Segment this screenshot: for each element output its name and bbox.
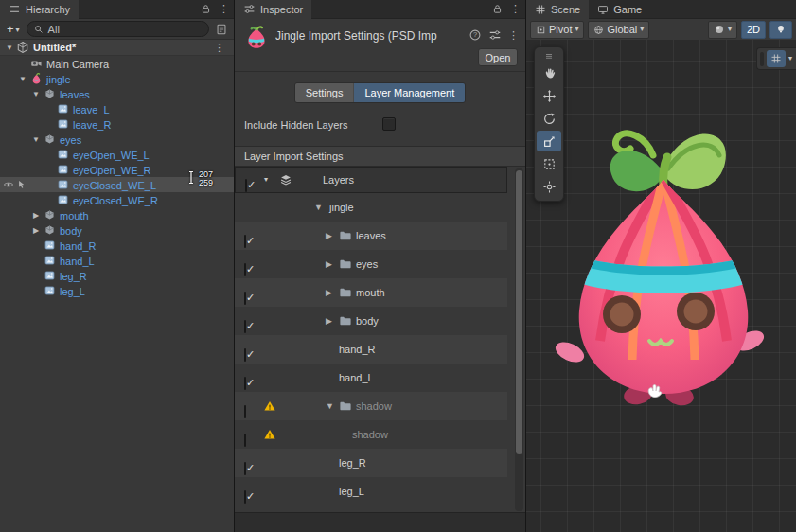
layer-row-leg_R[interactable]: leg_R bbox=[235, 449, 507, 477]
layer-label: hand_R bbox=[339, 344, 376, 355]
tab-game[interactable]: Game bbox=[589, 0, 650, 18]
foldout-open-icon[interactable]: ▼ bbox=[30, 135, 42, 144]
toolstrip-handle[interactable] bbox=[543, 49, 555, 62]
lock-button[interactable] bbox=[200, 3, 212, 15]
foldout-open-icon[interactable]: ▼ bbox=[314, 203, 323, 212]
tab-hierarchy[interactable]: Hierarchy bbox=[0, 0, 79, 19]
layer-row-hand_L[interactable]: hand_L bbox=[235, 364, 507, 392]
open-button[interactable]: Open bbox=[478, 48, 518, 66]
include-hidden-layers-checkbox[interactable] bbox=[382, 117, 396, 131]
layer-checkbox[interactable] bbox=[244, 263, 246, 276]
layer-row-mouth[interactable]: ▶mouth bbox=[235, 278, 507, 307]
hierarchy-item-eyes[interactable]: ▼eyes bbox=[0, 132, 234, 147]
layer-rows: ▼jingle▶leaves▶eyes▶mouth▶bodyhand_Rhand… bbox=[235, 193, 525, 505]
hierarchy-toolbar: +▾ All bbox=[0, 19, 234, 40]
foldout-closed-icon[interactable]: ▶ bbox=[326, 259, 332, 269]
foldout-closed-icon[interactable]: ▶ bbox=[30, 226, 42, 235]
visibility-toggle[interactable] bbox=[3, 179, 14, 190]
layer-checkbox[interactable] bbox=[244, 405, 246, 418]
help-button[interactable]: ? bbox=[469, 28, 482, 42]
layer-row-leg_L[interactable]: leg_L bbox=[235, 477, 507, 505]
header-menu-button[interactable]: ⋮ bbox=[508, 30, 519, 41]
foldout-open-icon[interactable]: ▼ bbox=[326, 401, 334, 411]
layer-row-body[interactable]: ▶body bbox=[235, 307, 507, 335]
pivot-icon bbox=[536, 25, 546, 35]
scene-picker-button[interactable] bbox=[213, 23, 230, 36]
grid-visibility-button[interactable] bbox=[767, 50, 786, 67]
hierarchy-item-leg_L[interactable]: leg_L bbox=[0, 283, 234, 298]
panel-menu-button[interactable]: ⋮ bbox=[219, 4, 229, 14]
hierarchy-item-hand_L[interactable]: hand_L bbox=[0, 253, 234, 268]
layer-checkbox[interactable] bbox=[244, 292, 246, 305]
foldout-open-icon[interactable]: ▼ bbox=[17, 75, 28, 83]
layer-checkbox[interactable] bbox=[244, 235, 246, 248]
hierarchy-item-body[interactable]: ▶body bbox=[0, 222, 234, 238]
chevron-down-icon[interactable]: ▾ bbox=[788, 55, 792, 62]
tab-layer-management[interactable]: Layer Management bbox=[354, 83, 465, 102]
shading-mode-dropdown[interactable]: ▾ bbox=[708, 21, 737, 39]
layer-row-shadow[interactable]: ▼shadow bbox=[235, 392, 507, 420]
foldout-open-icon[interactable]: ▼ bbox=[30, 90, 42, 98]
chevron-down-icon[interactable]: ▾ bbox=[264, 176, 268, 184]
tab-inspector-label: Inspector bbox=[260, 4, 303, 15]
lock-button[interactable] bbox=[491, 3, 504, 15]
foldout-closed-icon[interactable]: ▶ bbox=[326, 288, 332, 297]
hierarchy-item-leave_R[interactable]: leave_R bbox=[0, 116, 234, 132]
global-dropdown[interactable]: Global ▾ bbox=[588, 21, 649, 39]
scrollbar-thumb[interactable] bbox=[516, 170, 522, 454]
gameobject-icon bbox=[44, 88, 56, 100]
hierarchy-item-eyeOpen_WE_L[interactable]: eyeOpen_WE_L bbox=[0, 147, 234, 162]
hierarchy-item-leaves[interactable]: ▼leaves bbox=[0, 86, 234, 101]
layer-checkbox[interactable] bbox=[244, 377, 246, 390]
hierarchy-item-jingle[interactable]: ▼jingle bbox=[0, 71, 234, 86]
toggle-2d-button[interactable]: 2D bbox=[741, 21, 766, 39]
layer-row-hand_R[interactable]: hand_R bbox=[235, 335, 507, 364]
unity-icon bbox=[16, 41, 29, 54]
hierarchy-item-leave_L[interactable]: leave_L bbox=[0, 101, 234, 116]
layers-visibility-button[interactable] bbox=[279, 173, 292, 186]
scene-lighting-button[interactable] bbox=[769, 21, 792, 39]
hierarchy-item-label: eyeClosed_WE_R bbox=[73, 194, 158, 205]
hierarchy-item-Main Camera[interactable]: Main Camera bbox=[0, 56, 234, 71]
layer-row-jingle[interactable]: ▼jingle bbox=[235, 193, 507, 222]
overlay-handle[interactable] bbox=[760, 52, 764, 66]
panel-menu-button[interactable]: ⋮ bbox=[510, 4, 521, 14]
foldout-open-icon[interactable]: ▼ bbox=[4, 44, 15, 52]
hierarchy-item-mouth[interactable]: ▶mouth bbox=[0, 207, 234, 222]
scene-viewport[interactable]: ▾ bbox=[526, 40, 796, 532]
presets-button[interactable] bbox=[488, 28, 502, 42]
layer-row-eyes[interactable]: ▶eyes bbox=[235, 250, 507, 278]
inspector-panel: Inspector ⋮ Jingle Import Settings (PSD … bbox=[235, 0, 525, 532]
layer-label: mouth bbox=[356, 287, 385, 298]
create-object-button[interactable]: +▾ bbox=[4, 22, 23, 36]
view-hand-tool[interactable] bbox=[537, 62, 561, 83]
hierarchy-item-eyeClosed_WE_R[interactable]: eyeClosed_WE_R bbox=[0, 192, 234, 207]
pivot-dropdown[interactable]: Pivot ▾ bbox=[530, 21, 584, 39]
tab-settings[interactable]: Settings bbox=[295, 83, 355, 102]
camera-icon bbox=[30, 58, 43, 70]
foldout-closed-icon[interactable]: ▶ bbox=[326, 231, 332, 240]
hierarchy-item-label: leaves bbox=[60, 88, 90, 99]
hierarchy-item-hand_R[interactable]: hand_R bbox=[0, 238, 234, 253]
hierarchy-search-field[interactable]: All bbox=[27, 21, 209, 37]
layer-row-leaves[interactable]: ▶leaves bbox=[235, 222, 507, 250]
layer-checkbox[interactable] bbox=[244, 434, 246, 447]
tab-scene[interactable]: Scene bbox=[526, 0, 589, 19]
foldout-closed-icon[interactable]: ▶ bbox=[326, 316, 332, 326]
move-tool[interactable] bbox=[537, 85, 561, 106]
hierarchy-item-leg_R[interactable]: leg_R bbox=[0, 268, 234, 283]
inspector-scrollbar[interactable] bbox=[515, 168, 523, 511]
scene-row-menu-button[interactable]: ⋮ bbox=[214, 43, 224, 53]
layer-checkbox[interactable] bbox=[244, 462, 246, 475]
layer-checkbox[interactable] bbox=[244, 490, 246, 504]
layer-row-shadow[interactable]: shadow bbox=[235, 420, 507, 449]
help-icon: ? bbox=[469, 28, 482, 42]
hierarchy-scene-row[interactable]: ▼ Untitled* ⋮ bbox=[0, 40, 234, 56]
foldout-closed-icon[interactable]: ▶ bbox=[30, 211, 42, 220]
layer-checkbox[interactable] bbox=[244, 320, 246, 333]
tab-inspector[interactable]: Inspector bbox=[235, 0, 311, 19]
layer-checkbox[interactable] bbox=[244, 348, 246, 362]
jingle-character-sprite[interactable] bbox=[555, 114, 791, 407]
layers-master-checkbox[interactable] bbox=[245, 179, 247, 192]
pickability-toggle[interactable] bbox=[16, 180, 27, 190]
